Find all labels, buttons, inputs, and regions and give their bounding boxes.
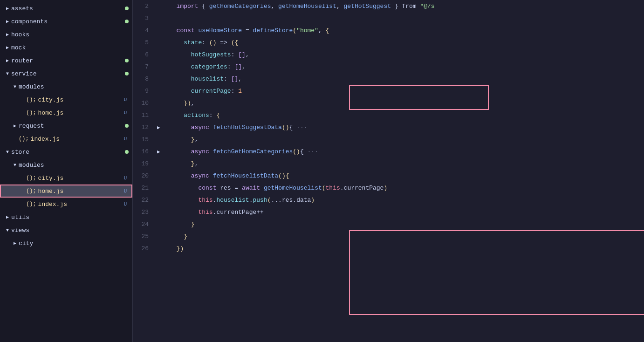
file-icon: (); [26, 201, 36, 207]
code-line-7: 7 categories: [], [133, 61, 644, 73]
sidebar-item-views[interactable]: ▼ views [0, 224, 132, 237]
sidebar-item-service-modules[interactable]: ▼ modules [0, 80, 132, 93]
chevron-right-icon: ▶ [4, 32, 11, 37]
code-line-11: 11 actions: { [133, 109, 644, 121]
badge-u: U [123, 201, 129, 207]
code-line-10: 10 }), [133, 97, 644, 109]
badge-u: U [123, 110, 129, 116]
sidebar-item-hooks[interactable]: ▶ hooks [0, 28, 132, 41]
sidebar-item-store-city[interactable]: (); city.js U [0, 171, 132, 185]
code-content: 2 import { getHomeCategories, getHomeHou… [133, 0, 644, 254]
status-dot [125, 150, 129, 154]
status-dot [125, 20, 129, 23]
sidebar-item-store[interactable]: ▼ store [0, 145, 132, 158]
sidebar-item-assets[interactable]: ▶ assets [0, 2, 132, 15]
file-icon: (); [26, 188, 36, 194]
code-line-16: 16 ▶ async fetchGetHomeCategories(){ ··· [133, 145, 644, 157]
code-line-9: 9 currentPage: 1 [133, 85, 644, 97]
chevron-right-icon: ▶ [11, 240, 19, 246]
sidebar-item-components[interactable]: ▶ components [0, 15, 132, 28]
status-dot [125, 7, 129, 10]
code-line-20: 20 async fetchHouselistData(){ [133, 170, 644, 182]
sidebar-item-service[interactable]: ▼ service [0, 67, 132, 80]
code-line-3: 3 [133, 12, 644, 24]
status-dot [125, 124, 129, 128]
sidebar-item-service-city[interactable]: (); city.js U [0, 93, 132, 106]
chevron-down-icon: ▼ [4, 71, 11, 76]
chevron-down-icon: ▼ [11, 163, 19, 168]
code-line-26: 26 }) [133, 242, 644, 254]
sidebar-item-service-home[interactable]: (); home.js U [0, 106, 132, 119]
chevron-right-icon: ▶ [4, 19, 11, 24]
chevron-right-icon: ▶ [4, 45, 11, 50]
code-editor[interactable]: 2 import { getHomeCategories, getHomeHou… [133, 0, 644, 342]
sidebar-item-utils[interactable]: ▶ utils [0, 211, 132, 224]
chevron-right-icon: ▶ [4, 6, 11, 11]
code-line-24: 24 } [133, 218, 644, 230]
badge-u: U [123, 175, 129, 181]
chevron-down-icon: ▼ [4, 150, 11, 155]
file-icon: (); [26, 175, 36, 181]
badge-u: U [123, 188, 129, 194]
code-line-15: 15 }, [133, 133, 644, 145]
sidebar-item-store-home[interactable]: (); home.js U [0, 185, 132, 198]
code-line-21: 21 const res = await getHomeHouselist(th… [133, 182, 644, 194]
code-line-8: 8 houselist: [], [133, 73, 644, 85]
file-explorer[interactable]: ▶ assets ▶ components ▶ hooks ▶ mock ▶ r… [0, 0, 133, 342]
sidebar-item-mock[interactable]: ▶ mock [0, 41, 132, 54]
code-line-5: 5 state: () => ({ [133, 36, 644, 48]
chevron-right-icon: ▶ [4, 58, 11, 63]
code-line-12: 12 ▶ async fetchHotSuggestData(){ ··· [133, 121, 644, 133]
code-line-2: 2 import { getHomeCategories, getHomeHou… [133, 0, 644, 12]
code-line-6: 6 hotSuggests: [], [133, 48, 644, 61]
file-icon: (); [19, 136, 29, 142]
code-line-19: 19 }, [133, 157, 644, 170]
chevron-right-icon: ▶ [4, 214, 11, 220]
code-line-22: 22 this.houselist.push(...res.data) [133, 194, 644, 206]
chevron-right-icon: ▶ [11, 123, 19, 129]
code-line-4: 4 const useHomeStore = defineStore("home… [133, 24, 644, 36]
file-icon: (); [26, 109, 36, 116]
code-line-23: 23 this.currentPage++ [133, 206, 644, 218]
code-line-25: 25 } [133, 230, 644, 242]
chevron-down-icon: ▼ [11, 84, 19, 89]
sidebar-item-service-request[interactable]: ▶ request [0, 119, 132, 132]
file-icon: (); [26, 96, 36, 103]
sidebar-item-views-city[interactable]: ▶ city [0, 237, 132, 250]
sidebar-item-store-modules[interactable]: ▼ modules [0, 158, 132, 171]
badge-u: U [123, 136, 129, 142]
badge-u: U [123, 97, 129, 103]
status-dot [125, 59, 129, 62]
sidebar-item-router[interactable]: ▶ router [0, 54, 132, 67]
sidebar-item-service-index[interactable]: (); index.js U [0, 132, 132, 145]
sidebar-item-store-index[interactable]: (); index.js U [0, 198, 132, 211]
chevron-down-icon: ▼ [4, 228, 11, 233]
status-dot [125, 72, 129, 75]
